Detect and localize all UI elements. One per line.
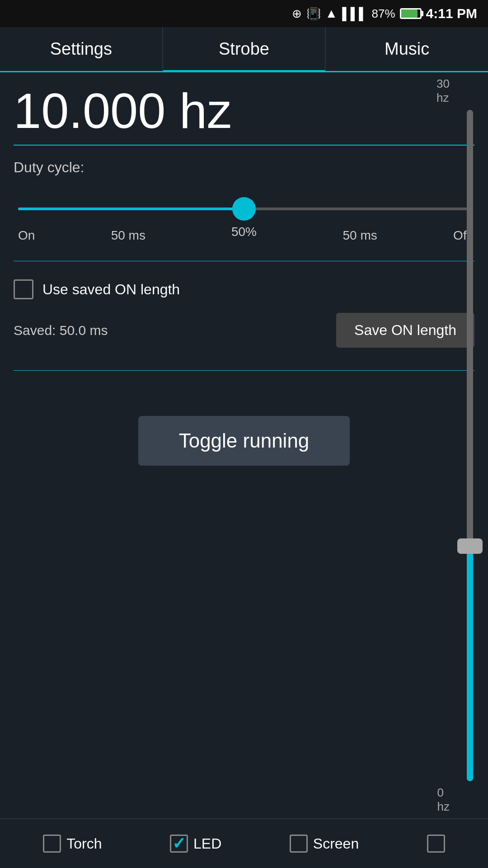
- use-saved-row: Use saved ON length: [14, 279, 474, 299]
- navigation-icon: ⊕: [292, 7, 302, 21]
- tab-settings[interactable]: Settings: [0, 27, 163, 71]
- status-icons: ⊕ 📳 ▲ ▌▌▌ 87% 4:11 PM: [292, 6, 477, 21]
- slider-off-ms-label: 50 ms: [343, 228, 377, 243]
- slider-percent-label: 50%: [231, 225, 257, 239]
- battery-percent: 87%: [372, 7, 395, 21]
- led-checkmark: ✓: [172, 834, 186, 853]
- battery-bar: [400, 8, 422, 19]
- frequency-divider: [14, 145, 474, 146]
- vibrate-icon: 📳: [306, 7, 321, 21]
- tab-strobe[interactable]: Strobe: [163, 27, 326, 71]
- section-divider-2: [14, 370, 474, 371]
- bottom-item-screen: Screen: [290, 835, 359, 853]
- use-saved-checkbox[interactable]: [14, 279, 33, 299]
- main-content: 10.000 hz Duty cycle: On 50 ms 50 ms Off…: [0, 72, 488, 818]
- tab-bar: Settings Strobe Music: [0, 27, 488, 72]
- screen-label: Screen: [313, 835, 359, 852]
- section-divider-1: [14, 261, 474, 261]
- toggle-button-wrap: Toggle running: [14, 416, 474, 466]
- save-row: Saved: 50.0 ms Save ON length: [14, 313, 474, 348]
- slider-thumb[interactable]: [232, 197, 256, 221]
- v-min-label: 0 hz: [437, 786, 450, 814]
- led-label: LED: [193, 835, 221, 852]
- screen-checkbox[interactable]: [290, 835, 308, 853]
- slider-fill: [18, 208, 244, 210]
- use-saved-label: Use saved ON length: [42, 281, 180, 298]
- slider-on-label: On: [18, 228, 35, 243]
- tab-music[interactable]: Music: [326, 27, 488, 71]
- status-bar: ⊕ 📳 ▲ ▌▌▌ 87% 4:11 PM: [0, 0, 488, 27]
- bottom-item-torch: Torch: [43, 835, 102, 853]
- battery-fill: [401, 9, 418, 18]
- duty-cycle-label: Duty cycle:: [14, 159, 474, 176]
- signal-icon: ▌▌▌: [342, 7, 367, 21]
- bottom-item-led: ✓ LED: [170, 835, 221, 853]
- v-slider-thumb[interactable]: [457, 538, 483, 554]
- slider-on-ms-label: 50 ms: [111, 228, 145, 243]
- frequency-display: 10.000 hz: [14, 86, 474, 136]
- torch-label: Torch: [66, 835, 102, 852]
- v-slider-track-container[interactable]: [466, 110, 474, 781]
- duty-cycle-slider-container: On 50 ms 50 ms Off 50%: [18, 189, 470, 243]
- v-track-fill: [467, 546, 473, 781]
- slider-track[interactable]: [18, 208, 470, 210]
- bottom-bar: Torch ✓ LED Screen: [0, 818, 488, 868]
- toggle-running-button[interactable]: Toggle running: [138, 416, 350, 466]
- wifi-icon: ▲: [325, 6, 338, 21]
- clock: 4:11 PM: [426, 6, 477, 21]
- frequency-value: 10.000 hz: [14, 86, 232, 136]
- led-checkbox[interactable]: ✓: [170, 835, 188, 853]
- v-max-label: 30 hz: [436, 77, 450, 105]
- torch-checkbox[interactable]: [43, 835, 61, 853]
- extra-icon: [427, 835, 445, 853]
- vertical-slider-container: 30 hz 0 hz: [452, 72, 488, 818]
- saved-text: Saved: 50.0 ms: [14, 323, 108, 338]
